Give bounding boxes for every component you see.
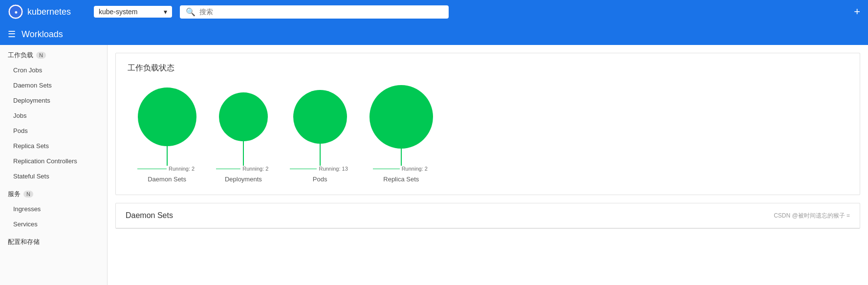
workloads-section-label: 工作负载 N bbox=[0, 45, 107, 63]
daemon-sets-circle-container: Running: 2 bbox=[137, 88, 196, 172]
workloads-badge: N bbox=[36, 52, 46, 59]
sidebar-item-services[interactable]: Services bbox=[0, 217, 107, 232]
replica-sets-running-row: Running: 2 bbox=[373, 166, 430, 172]
sidebar-item-replication-controllers[interactable]: Replication Controllers bbox=[0, 153, 107, 169]
hamburger-icon[interactable]: ☰ bbox=[8, 29, 16, 40]
replica-sets-hline bbox=[373, 169, 400, 169]
deployments-label: Deployments bbox=[225, 175, 262, 183]
daemon-sets-stem bbox=[167, 146, 168, 166]
chevron-down-icon: ▾ bbox=[164, 8, 167, 16]
replica-sets-label: Replica Sets bbox=[383, 175, 419, 183]
sidebar-item-ingresses[interactable]: Ingresses bbox=[0, 201, 107, 217]
top-header: ⎈ kubernetes kube-system ▾ 🔍 + bbox=[0, 0, 868, 23]
search-icon: 🔍 bbox=[186, 7, 195, 17]
daemon-sets-circle bbox=[138, 88, 196, 146]
sidebar-item-deployments[interactable]: Deployments bbox=[0, 93, 107, 108]
daemon-sets-chart[interactable]: Running: 2 Daemon Sets bbox=[137, 88, 196, 183]
kubernetes-logo-icon: ⎈ bbox=[8, 4, 23, 20]
replica-sets-circle bbox=[369, 85, 433, 149]
workload-status-card: 工作负载状态 Running: 2 Daemon Sets bbox=[115, 53, 860, 195]
pods-running-row: Running: 13 bbox=[290, 166, 349, 172]
sidebar-item-cron-jobs[interactable]: Cron Jobs bbox=[0, 63, 107, 78]
pods-running-label: Running: 13 bbox=[317, 166, 349, 172]
logo-text: kubernetes bbox=[27, 7, 71, 17]
add-button[interactable]: + bbox=[854, 6, 860, 17]
services-badge: N bbox=[23, 191, 33, 197]
pods-circle-container: Running: 13 bbox=[290, 90, 349, 172]
pods-label: Pods bbox=[313, 175, 327, 183]
deployments-circle bbox=[219, 92, 268, 141]
deployments-stem bbox=[243, 141, 244, 166]
sidebar-item-daemon-sets[interactable]: Daemon Sets bbox=[0, 78, 107, 93]
content-area: 工作负载状态 Running: 2 Daemon Sets bbox=[108, 45, 868, 285]
sidebar: 工作负载 N Cron Jobs Daemon Sets Deployments… bbox=[0, 45, 108, 285]
config-section-label: 配置和存储 bbox=[0, 232, 107, 249]
deployments-chart[interactable]: Running: 2 Deployments bbox=[216, 92, 270, 183]
csdn-watermark: CSDN @被时间遗忘的猴子 = bbox=[774, 212, 850, 220]
search-input[interactable] bbox=[199, 8, 443, 16]
workload-status-title: 工作负载状态 bbox=[128, 63, 848, 73]
daemon-sets-label: Daemon Sets bbox=[148, 175, 186, 183]
pods-hline bbox=[290, 169, 317, 169]
daemon-sets-header: Daemon Sets CSDN @被时间遗忘的猴子 = bbox=[116, 203, 860, 228]
replica-sets-chart[interactable]: Running: 2 Replica Sets bbox=[369, 85, 433, 183]
replica-sets-stem bbox=[401, 149, 402, 166]
services-section-label: 服务 N bbox=[0, 184, 107, 201]
replica-sets-running-label: Running: 2 bbox=[400, 166, 430, 172]
pods-circle bbox=[293, 90, 347, 144]
daemon-sets-running-label: Running: 2 bbox=[167, 166, 196, 172]
search-bar: 🔍 bbox=[180, 5, 449, 19]
deployments-running-label: Running: 2 bbox=[240, 166, 270, 172]
namespace-selector[interactable]: kube-system ▾ bbox=[94, 6, 172, 18]
logo-area: ⎈ kubernetes bbox=[8, 4, 86, 20]
replica-sets-circle-container: Running: 2 bbox=[369, 85, 433, 172]
pods-stem bbox=[320, 144, 321, 166]
main-layout: 工作负载 N Cron Jobs Daemon Sets Deployments… bbox=[0, 45, 868, 285]
sidebar-item-replica-sets[interactable]: Replica Sets bbox=[0, 138, 107, 153]
sidebar-item-stateful-sets[interactable]: Stateful Sets bbox=[0, 169, 107, 184]
deployments-hline bbox=[216, 169, 240, 169]
namespace-value: kube-system bbox=[99, 8, 160, 16]
daemon-sets-section-title: Daemon Sets bbox=[126, 211, 173, 220]
daemon-sets-section: Daemon Sets CSDN @被时间遗忘的猴子 = bbox=[115, 203, 860, 229]
sidebar-item-jobs[interactable]: Jobs bbox=[0, 108, 107, 123]
deployments-circle-container: Running: 2 bbox=[216, 92, 270, 172]
section-header: ☰ Workloads bbox=[0, 23, 868, 45]
charts-row: Running: 2 Daemon Sets Running: 2 bbox=[128, 85, 848, 183]
section-title: Workloads bbox=[22, 29, 63, 40]
sidebar-item-pods[interactable]: Pods bbox=[0, 123, 107, 138]
deployments-running-row: Running: 2 bbox=[216, 166, 270, 172]
daemon-sets-running-row: Running: 2 bbox=[137, 166, 196, 172]
pods-chart[interactable]: Running: 13 Pods bbox=[290, 90, 349, 183]
daemon-sets-hline bbox=[137, 169, 167, 169]
